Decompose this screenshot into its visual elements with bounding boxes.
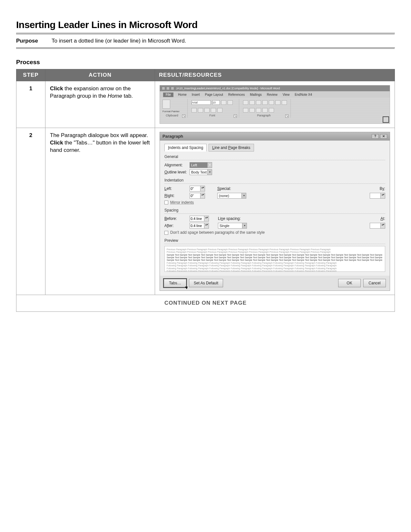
superscript-button[interactable] bbox=[211, 108, 216, 113]
dont-add-space-checkbox[interactable]: Don't add space between paragraphs of th… bbox=[164, 230, 385, 235]
by-input[interactable] bbox=[370, 193, 381, 199]
alignment-select[interactable]: Left▾ bbox=[190, 162, 212, 168]
paragraph-dialog: Paragraph ? ✕ Indents and Spacing Line a… bbox=[160, 132, 390, 291]
chevron-down-icon[interactable]: ▾ bbox=[241, 193, 246, 198]
dialog-button-row: Tabs… Set As Default OK Cancel bbox=[160, 276, 390, 291]
action-keyword: Click bbox=[50, 140, 63, 146]
format-painter-button[interactable]: Format Painter bbox=[162, 110, 180, 113]
col-step: STEP bbox=[16, 69, 45, 81]
mirror-indents-checkbox[interactable]: Mirror indents bbox=[164, 200, 385, 205]
table-row: 1 Click the expansion arrow on the Parag… bbox=[16, 81, 395, 128]
tab-mailings[interactable]: Mailings bbox=[249, 93, 262, 97]
chevron-down-icon[interactable]: ▾ bbox=[207, 170, 212, 175]
spinner-icon[interactable]: ▴▾ bbox=[381, 223, 385, 229]
group-paragraph: Paragraph↘ bbox=[242, 99, 291, 118]
purpose-row: Purpose To insert a dotted line (or lead… bbox=[16, 34, 395, 47]
quick-access-toolbar bbox=[162, 87, 174, 90]
after-input[interactable] bbox=[190, 223, 204, 229]
font-size-combo[interactable]: 10 bbox=[212, 100, 220, 105]
chevron-down-icon[interactable]: ▾ bbox=[242, 223, 247, 228]
strike-button[interactable] bbox=[198, 108, 203, 113]
alignment-label: Alignment: bbox=[164, 163, 187, 168]
group-font: Arial 10 Font↘ bbox=[191, 99, 239, 118]
align-left-button[interactable] bbox=[275, 100, 280, 105]
ribbon-tabs: File Home Insert Page Layout References … bbox=[160, 91, 390, 98]
spinner-icon[interactable]: ▴▾ bbox=[201, 193, 205, 199]
close-icon[interactable]: ✕ bbox=[380, 134, 387, 139]
indent-right-label: Right: bbox=[164, 193, 187, 198]
multilevel-button[interactable] bbox=[256, 100, 261, 105]
preview-following-para: Following Paragraph Following Paragraph … bbox=[167, 264, 383, 267]
preview-following-para: Following Paragraph Following Paragraph … bbox=[167, 267, 383, 270]
dialog-launcher-icon[interactable]: ↘ bbox=[234, 114, 237, 118]
action-ital: Home bbox=[108, 93, 122, 99]
subscript-button[interactable] bbox=[204, 108, 210, 113]
tab-references[interactable]: References bbox=[228, 93, 245, 97]
spinner-icon[interactable]: ▴▾ bbox=[204, 223, 209, 229]
chevron-down-icon[interactable]: ▾ bbox=[207, 163, 212, 168]
tab-review[interactable]: Review bbox=[266, 93, 278, 97]
window-titlebar: JA10_InsertingLeaderLinesInWord_v1.doc [… bbox=[160, 85, 390, 91]
indent-left-input[interactable] bbox=[190, 186, 201, 192]
shading-button[interactable] bbox=[262, 108, 268, 113]
help-icon[interactable]: ? bbox=[372, 134, 379, 139]
italic-button[interactable] bbox=[228, 100, 233, 105]
ok-button[interactable]: OK bbox=[338, 279, 361, 287]
font-color-button[interactable] bbox=[217, 108, 222, 113]
after-label: After: bbox=[164, 223, 187, 228]
align-right-button[interactable] bbox=[243, 108, 248, 113]
section-indentation: Indentation bbox=[164, 178, 385, 184]
tab-page-layout[interactable]: Page Layout bbox=[204, 93, 224, 97]
increase-indent-button[interactable] bbox=[269, 100, 274, 105]
special-select[interactable]: (none)▾ bbox=[217, 193, 246, 199]
line-spacing-button[interactable] bbox=[256, 108, 261, 113]
tab-view[interactable]: View bbox=[282, 93, 290, 97]
special-label: Special: bbox=[217, 186, 246, 191]
tab-file[interactable]: File bbox=[163, 93, 173, 97]
bold-button[interactable] bbox=[221, 100, 226, 105]
spinner-icon[interactable]: ▴▾ bbox=[204, 216, 209, 222]
paste-button[interactable] bbox=[162, 100, 170, 109]
set-as-default-button[interactable]: Set As Default bbox=[189, 279, 223, 287]
window-title: JA10_InsertingLeaderLinesInWord_v1.doc [… bbox=[176, 86, 280, 90]
tab-indents-spacing[interactable]: Indents and Spacing bbox=[164, 144, 207, 152]
step-action: Click the expansion arrow on the Paragra… bbox=[45, 81, 155, 128]
action-text: tab. bbox=[122, 93, 133, 99]
step-result: Paragraph ? ✕ Indents and Spacing Line a… bbox=[155, 128, 395, 295]
redo-icon[interactable] bbox=[171, 87, 174, 90]
before-input[interactable] bbox=[190, 216, 204, 222]
undo-icon[interactable] bbox=[166, 87, 170, 90]
at-input[interactable] bbox=[370, 223, 381, 229]
underline-button[interactable] bbox=[191, 108, 197, 113]
section-spacing: Spacing bbox=[164, 208, 385, 214]
checkbox-icon bbox=[164, 201, 168, 204]
bullets-button[interactable] bbox=[243, 100, 248, 105]
table-row: 2 The Paragraph dialogue box will appear… bbox=[16, 128, 395, 295]
tab-insert[interactable]: Insert bbox=[191, 93, 201, 97]
tab-endnote[interactable]: EndNote X4 bbox=[294, 93, 313, 97]
purpose-label: Purpose bbox=[16, 38, 52, 44]
spinner-icon[interactable]: ▴▾ bbox=[201, 186, 205, 192]
cancel-button[interactable]: Cancel bbox=[363, 279, 386, 287]
preview-following-para: Following Paragraph Following Paragraph … bbox=[167, 270, 383, 272]
numbering-button[interactable] bbox=[250, 100, 255, 105]
align-center-button[interactable] bbox=[282, 100, 287, 105]
line-spacing-select[interactable]: Single▾ bbox=[218, 223, 247, 229]
tab-line-page-breaks[interactable]: Line and Page Breaks bbox=[209, 144, 254, 152]
paragraph-dialog-launcher-icon[interactable]: ↘ bbox=[285, 114, 289, 118]
preview-prev-para: Previous Paragraph Previous Paragraph Pr… bbox=[167, 251, 383, 253]
action-keyword: Click bbox=[50, 85, 63, 92]
outline-level-select[interactable]: Body Text▾ bbox=[190, 169, 212, 175]
decrease-indent-button[interactable] bbox=[262, 100, 268, 105]
dialog-launcher-icon[interactable]: ↘ bbox=[182, 114, 185, 118]
group-label: Paragraph↘ bbox=[243, 113, 289, 117]
font-name-combo[interactable]: Arial bbox=[191, 100, 211, 105]
spinner-icon[interactable]: ▴▾ bbox=[381, 193, 385, 199]
tab-home[interactable]: Home bbox=[177, 93, 187, 97]
justify-button[interactable] bbox=[250, 108, 255, 113]
tabs-button[interactable]: Tabs… bbox=[164, 279, 186, 287]
save-icon[interactable] bbox=[162, 87, 165, 90]
indent-right-input[interactable] bbox=[190, 193, 201, 199]
section-preview: Preview bbox=[164, 238, 385, 244]
borders-button[interactable] bbox=[269, 108, 274, 113]
